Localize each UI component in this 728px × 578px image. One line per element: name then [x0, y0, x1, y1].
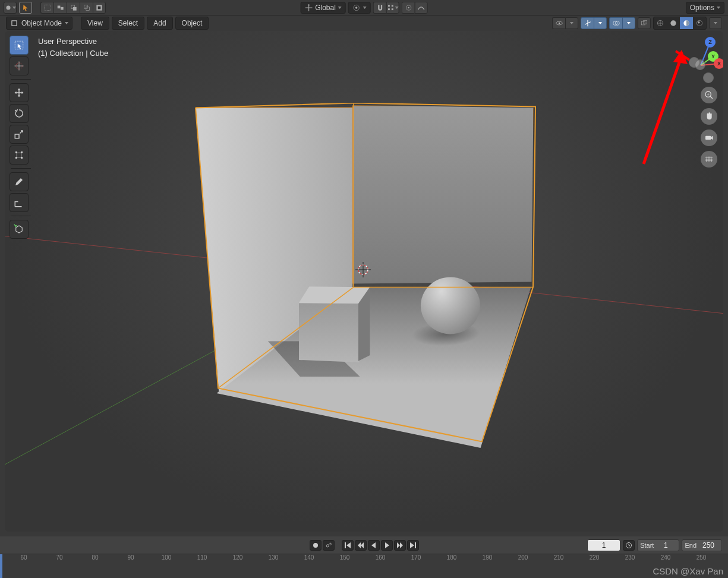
- xray-toggle[interactable]: [638, 17, 651, 29]
- proportional-toggle[interactable]: [402, 2, 415, 14]
- editor-icon: [4, 4, 12, 12]
- auto-keying-toggle[interactable]: [310, 540, 322, 551]
- select-tool[interactable]: [10, 36, 29, 55]
- gizmo-neg-y[interactable]: [695, 59, 705, 70]
- jump-end-button[interactable]: [407, 540, 419, 551]
- proportional-dropdown[interactable]: [415, 2, 428, 14]
- svg-rect-40: [15, 134, 19, 138]
- keyframe-prev-button[interactable]: [355, 540, 367, 551]
- ruler-tick: 210: [554, 554, 564, 561]
- select-tool-icon: [14, 40, 24, 50]
- jump-start-button[interactable]: [342, 540, 354, 551]
- keyframe-next-button[interactable]: [394, 540, 406, 551]
- selection-mode-group: [40, 2, 106, 14]
- timeline-panel: 1 Start1 End250 607080901001101201301401…: [0, 536, 728, 578]
- editor-type-dropdown[interactable]: [4, 2, 17, 14]
- gizmo-dropdown[interactable]: [594, 17, 607, 29]
- svg-marker-64: [371, 542, 376, 548]
- orbit-gizmo[interactable]: Z Y X: [672, 37, 717, 82]
- 3d-viewport[interactable]: User Perspective (1) Collection | Cube +: [5, 31, 723, 532]
- pan-button[interactable]: [701, 108, 717, 125]
- ruler-tick: 160: [376, 554, 386, 561]
- svg-rect-9: [98, 6, 101, 9]
- select-mode-5[interactable]: [93, 2, 106, 14]
- xray-icon: [640, 19, 648, 27]
- svg-point-17: [408, 7, 409, 8]
- frame-start-input[interactable]: Start1: [637, 539, 679, 551]
- svg-rect-14: [388, 8, 390, 10]
- move-icon: [14, 87, 24, 98]
- cursor-tool[interactable]: [10, 56, 29, 75]
- move-tool[interactable]: [10, 83, 29, 102]
- keying-dropdown[interactable]: [323, 540, 335, 551]
- add-primitive-tool[interactable]: +: [10, 220, 29, 239]
- svg-point-0: [7, 5, 11, 10]
- object-menu[interactable]: Object: [175, 17, 209, 30]
- select-mode-3[interactable]: [67, 2, 80, 14]
- transform-orientation-dropdown[interactable]: Global: [300, 2, 346, 14]
- overlays-icon: [612, 19, 620, 27]
- playhead[interactable]: [0, 554, 2, 578]
- select-mode-1[interactable]: [40, 2, 53, 14]
- options-dropdown[interactable]: Options: [686, 2, 724, 14]
- pivot-icon: [352, 4, 361, 12]
- visibility-toggle[interactable]: [552, 17, 565, 29]
- pivot-dropdown[interactable]: [348, 2, 371, 14]
- svg-marker-63: [361, 542, 364, 548]
- measure-tool[interactable]: [10, 193, 29, 212]
- wireframe-shading-button[interactable]: [654, 17, 667, 29]
- magnet-icon: [376, 4, 384, 12]
- svg-rect-41: [17, 153, 21, 157]
- second-header: Object Mode View Select Add Object: [0, 15, 728, 31]
- svg-rect-45: [21, 157, 23, 159]
- gizmo-z[interactable]: Z: [705, 37, 716, 48]
- visibility-dropdown[interactable]: [565, 17, 578, 29]
- svg-rect-12: [388, 5, 390, 7]
- svg-rect-23: [641, 21, 645, 25]
- select-mode-4[interactable]: [80, 2, 93, 14]
- overlays-dropdown[interactable]: [622, 17, 635, 29]
- current-frame-input[interactable]: 1: [587, 539, 620, 551]
- zoom-button[interactable]: [701, 87, 717, 103]
- ruler-tick: 130: [269, 554, 279, 561]
- measure-icon: [14, 197, 24, 208]
- ruler-tick: 240: [661, 554, 671, 561]
- timeline-ruler[interactable]: 6070809010011012013014015016017018019020…: [0, 554, 728, 578]
- kf-next-icon: [397, 542, 403, 548]
- jump-end-icon: [410, 542, 416, 548]
- play-button[interactable]: [381, 540, 393, 551]
- rendered-shading-button[interactable]: [693, 17, 706, 29]
- shading-dropdown[interactable]: [709, 17, 722, 29]
- kf-prev-icon: [358, 542, 364, 548]
- material-shading-button[interactable]: [680, 17, 693, 29]
- camera-button[interactable]: [701, 130, 717, 146]
- rotate-tool[interactable]: [10, 104, 29, 123]
- svg-text:+: +: [15, 224, 18, 229]
- 3d-cursor: [355, 262, 371, 277]
- transform-tool[interactable]: [10, 146, 29, 165]
- gizmo-toggle[interactable]: [581, 17, 594, 29]
- select-mode-2[interactable]: [53, 2, 67, 14]
- toolbar-select-button[interactable]: [19, 2, 32, 14]
- play-reverse-button[interactable]: [368, 540, 380, 551]
- snap-toggle[interactable]: [373, 2, 386, 14]
- perspective-button[interactable]: [701, 151, 717, 168]
- grid-icon: [704, 154, 714, 164]
- view-menu[interactable]: View: [81, 17, 109, 30]
- annotate-tool[interactable]: [10, 172, 29, 191]
- gizmo-neg-z[interactable]: [703, 72, 714, 83]
- add-menu[interactable]: Add: [147, 17, 172, 30]
- snap-dropdown[interactable]: [386, 2, 399, 14]
- svg-rect-43: [21, 151, 23, 153]
- solid-shading-button[interactable]: [667, 17, 680, 29]
- extend-select-icon: [56, 4, 65, 12]
- select-menu[interactable]: Select: [112, 17, 144, 30]
- use-preview-range-toggle[interactable]: [623, 540, 635, 551]
- interaction-mode-dropdown[interactable]: Object Mode: [6, 17, 73, 30]
- scale-tool[interactable]: [10, 125, 29, 144]
- frame-end-input[interactable]: End250: [682, 539, 722, 551]
- overlays-toggle[interactable]: [609, 17, 622, 29]
- svg-point-26: [670, 20, 676, 26]
- gizmo-x[interactable]: X: [714, 58, 723, 69]
- camera-icon: [704, 133, 714, 143]
